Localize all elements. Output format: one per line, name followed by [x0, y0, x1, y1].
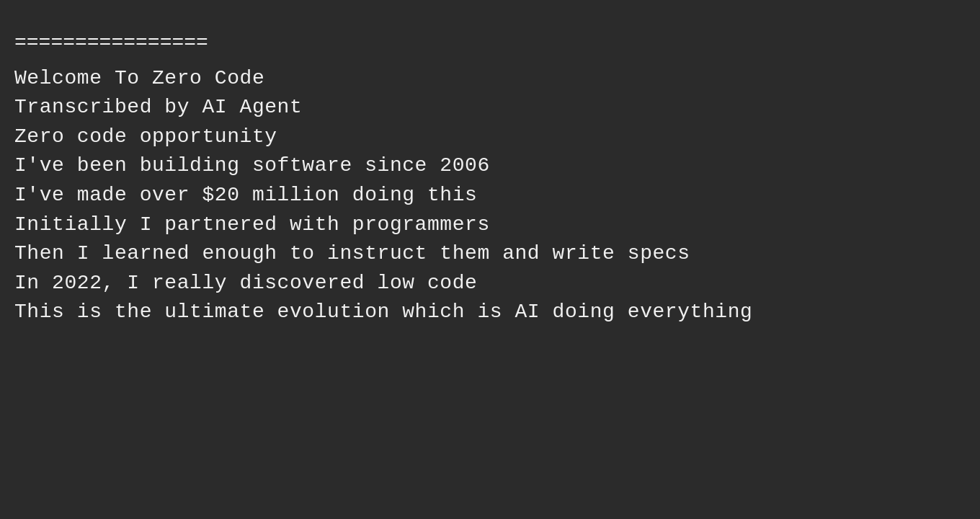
line-6: Initially I partnered with programmers: [14, 210, 752, 240]
separator: ================: [14, 29, 752, 58]
line-9: This is the ultimate evolution which is …: [14, 298, 752, 327]
line-8: In 2022, I really discovered low code: [14, 269, 752, 298]
line-5: I've made over $20 million doing this: [14, 181, 752, 210]
line-7: Then I learned enough to instruct them a…: [14, 239, 752, 269]
line-2: Transcribed by AI Agent: [14, 93, 752, 123]
line-1: Welcome To Zero Code: [14, 64, 752, 94]
line-3: Zero code opportunity: [14, 123, 752, 152]
main-content: ================ Welcome To Zero Code Tr…: [0, 0, 767, 342]
line-4: I've been building software since 2006: [14, 151, 752, 181]
